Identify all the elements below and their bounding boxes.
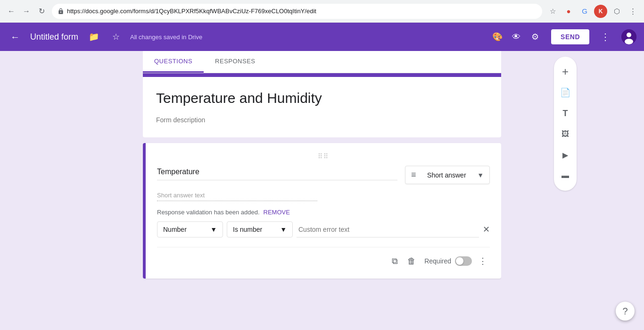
- svg-point-1: [627, 33, 631, 37]
- refresh-button[interactable]: ↻: [35, 5, 48, 18]
- star-button[interactable]: ☆: [109, 29, 123, 45]
- form-header-card: [143, 73, 501, 137]
- validation-condition-label: Is number: [233, 226, 262, 233]
- svg-point-2: [625, 39, 633, 44]
- form-container: QUESTIONS RESPONSES ⠿⠿ ≡ Short answer ▼ …: [143, 51, 501, 330]
- user-avatar-icon: [621, 29, 636, 44]
- browser-bar: ← → ↻ https://docs.google.com/forms/d/1Q…: [0, 0, 644, 23]
- question-card: ⠿⠿ ≡ Short answer ▼ Short answer text Re…: [143, 143, 501, 279]
- header-actions: 🎨 👁 ⚙: [489, 28, 544, 45]
- address-bar[interactable]: https://docs.google.com/forms/d/1QcyBKLP…: [52, 4, 542, 19]
- extension-icon-4[interactable]: ⬡: [610, 5, 623, 18]
- error-text-input[interactable]: [297, 222, 479, 237]
- send-button[interactable]: SEND: [551, 29, 589, 44]
- validation-type-arrow: ▼: [210, 226, 217, 233]
- folder-button[interactable]: 📁: [86, 29, 102, 45]
- browser-menu[interactable]: ⋮: [626, 5, 639, 18]
- add-image-button[interactable]: 🖼: [556, 125, 575, 144]
- bookmark-icon[interactable]: ☆: [546, 5, 559, 18]
- validation-type-label: Number: [163, 226, 187, 233]
- form-title-header: Untitled form: [30, 32, 78, 42]
- tab-responses[interactable]: RESPONSES: [204, 51, 266, 73]
- add-title-button[interactable]: T: [556, 104, 575, 123]
- copy-question-button[interactable]: ⧉: [389, 254, 401, 269]
- help-button[interactable]: ?: [616, 302, 635, 321]
- delete-question-button[interactable]: 🗑: [405, 254, 419, 269]
- browser-actions: ☆ ● G K ⬡ ⋮: [546, 5, 639, 18]
- short-answer-placeholder: Short answer text: [157, 192, 317, 201]
- clear-validation-button[interactable]: ✕: [483, 224, 490, 235]
- drag-handle[interactable]: ⠿⠿: [157, 152, 490, 160]
- extension-icon-3[interactable]: K: [594, 5, 607, 18]
- tabs-bar: QUESTIONS RESPONSES: [143, 51, 501, 73]
- extension-icon-2[interactable]: G: [578, 5, 591, 18]
- app-header: ← Untitled form 📁 ☆ All changes saved in…: [0, 23, 644, 51]
- short-answer-icon: ≡: [411, 170, 416, 180]
- tab-questions[interactable]: QUESTIONS: [143, 51, 204, 73]
- more-options-button[interactable]: ⋮: [597, 31, 614, 42]
- extension-icon-1[interactable]: ●: [562, 5, 575, 18]
- add-section-button[interactable]: ▬: [556, 166, 575, 185]
- form-description-input[interactable]: [156, 114, 488, 126]
- lock-icon: [58, 8, 64, 15]
- browser-nav-buttons: ← → ↻: [5, 5, 48, 18]
- add-video-button[interactable]: ▶: [556, 145, 575, 164]
- import-questions-button[interactable]: 📄: [556, 83, 575, 102]
- validation-row: Number ▼ Is number ▼ ✕: [157, 221, 490, 237]
- forward-button[interactable]: →: [20, 5, 33, 18]
- question-more-button[interactable]: ⋮: [476, 253, 490, 269]
- question-footer: ⧉ 🗑 Required ⋮: [157, 247, 490, 269]
- toggle-knob: [456, 257, 463, 265]
- preview-button[interactable]: 👁: [508, 28, 525, 45]
- saved-status: All changes saved in Drive: [130, 34, 481, 41]
- validation-notice-text: Response validation has been added.: [157, 209, 260, 216]
- add-question-button[interactable]: +: [556, 62, 575, 81]
- validation-notice: Response validation has been added. REMO…: [157, 209, 490, 216]
- form-title-input[interactable]: [156, 88, 488, 109]
- validation-type-dropdown[interactable]: Number ▼: [157, 221, 223, 237]
- dropdown-arrow-icon: ▼: [477, 171, 484, 179]
- right-panel: + 📄 T 🖼 ▶ ▬: [554, 57, 577, 191]
- required-label: Required: [424, 257, 451, 265]
- palette-button[interactable]: 🎨: [489, 28, 506, 45]
- question-type-label: Short answer: [427, 171, 466, 179]
- main-area: QUESTIONS RESPONSES ⠿⠿ ≡ Short answer ▼ …: [0, 51, 644, 330]
- question-top-row: ≡ Short answer ▼: [157, 166, 490, 184]
- remove-validation-button[interactable]: REMOVE: [264, 209, 290, 216]
- question-type-dropdown[interactable]: ≡ Short answer ▼: [405, 166, 490, 184]
- url-text: https://docs.google.com/forms/d/1QcyBKLP…: [67, 8, 316, 15]
- settings-button[interactable]: ⚙: [527, 28, 544, 45]
- validation-condition-arrow: ▼: [280, 226, 287, 233]
- avatar[interactable]: [621, 29, 636, 44]
- validation-condition-dropdown[interactable]: Is number ▼: [227, 221, 293, 237]
- back-button[interactable]: ←: [5, 5, 18, 18]
- required-toggle[interactable]: [455, 256, 472, 266]
- question-label-input[interactable]: [157, 166, 397, 180]
- back-to-forms-button[interactable]: ←: [8, 29, 23, 45]
